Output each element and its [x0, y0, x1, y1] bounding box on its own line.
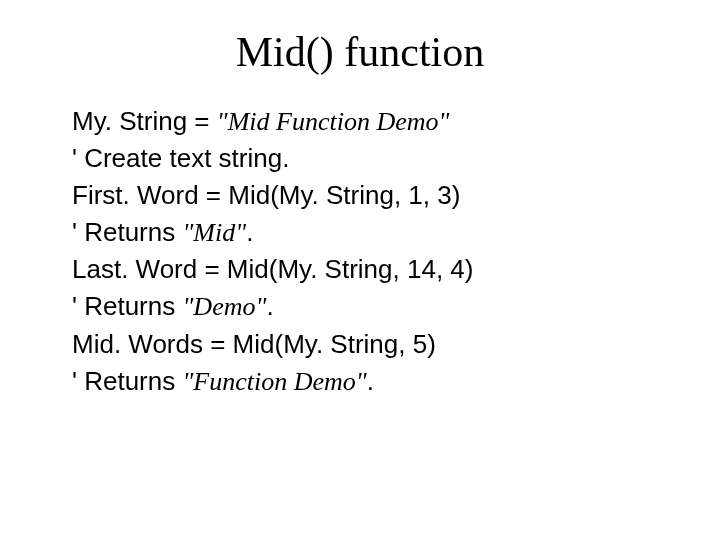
slide-title: Mid() function: [72, 28, 648, 76]
code-text: My. String =: [72, 106, 217, 136]
slide: Mid() function My. String = "Mid Functio…: [0, 0, 720, 540]
code-line-2: ' Create text string.: [72, 141, 648, 176]
punct: .: [367, 366, 374, 396]
string-literal: "Mid Function Demo": [217, 107, 450, 136]
comment-prefix: ' Returns: [72, 217, 182, 247]
punct: .: [246, 217, 253, 247]
string-literal: "Mid": [182, 218, 246, 247]
string-literal: "Demo": [182, 292, 266, 321]
code-line-5: Last. Word = Mid(My. String, 14, 4): [72, 252, 648, 287]
code-line-7: Mid. Words = Mid(My. String, 5): [72, 327, 648, 362]
code-line-8: ' Returns "Function Demo".: [72, 364, 648, 399]
code-line-6: ' Returns "Demo".: [72, 289, 648, 324]
code-line-4: ' Returns "Mid".: [72, 215, 648, 250]
code-line-1: My. String = "Mid Function Demo": [72, 104, 648, 139]
punct: .: [266, 291, 273, 321]
code-line-3: First. Word = Mid(My. String, 1, 3): [72, 178, 648, 213]
comment-prefix: ' Returns: [72, 291, 182, 321]
comment-prefix: ' Returns: [72, 366, 182, 396]
string-literal: "Function Demo": [182, 367, 366, 396]
slide-body: My. String = "Mid Function Demo" ' Creat…: [72, 104, 648, 399]
